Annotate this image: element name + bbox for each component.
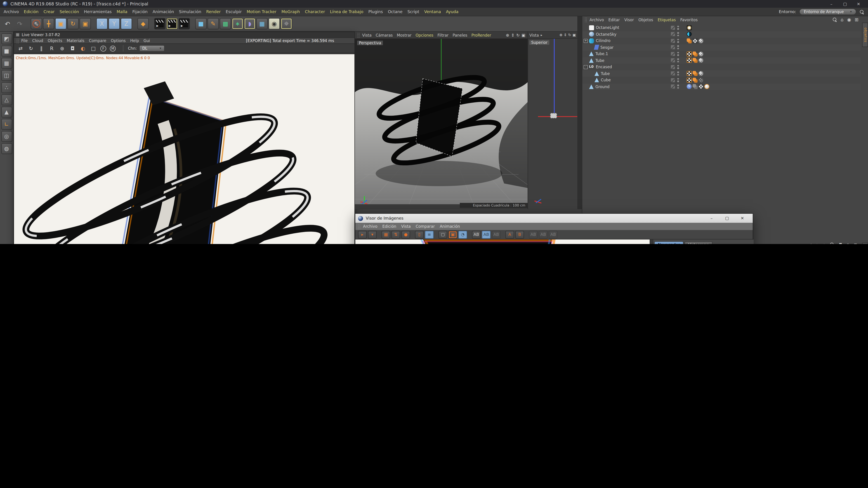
mode-button[interactable]: ▲ <box>1 107 12 118</box>
toolbar-button[interactable]: ↻ <box>67 18 79 29</box>
menu-item[interactable]: Filtrar <box>437 33 448 37</box>
object-row[interactable]: + Cilindro <box>582 37 861 44</box>
menu-item[interactable]: Simulación <box>179 9 202 14</box>
menu-item[interactable]: Herramientas <box>84 9 112 14</box>
viewer-tool-button[interactable]: AB <box>492 231 500 238</box>
panel-icon[interactable]: ⌂ <box>841 17 844 22</box>
object-tag-icon[interactable] <box>699 84 704 89</box>
viewer-tool-button[interactable]: ⇅ <box>392 231 400 238</box>
expand-toggle-icon[interactable]: - <box>584 65 588 69</box>
layer-toggle-icon[interactable] <box>671 52 675 56</box>
menu-item[interactable]: Script <box>408 9 419 14</box>
render-preview-canvas[interactable]: Check:0ms./1ms. MeshGen:0ms. Update[C]:0… <box>14 54 354 244</box>
object-tag-icon[interactable] <box>687 52 692 57</box>
live-viewer-tool-button[interactable]: R <box>48 45 56 51</box>
live-viewer-tool-button[interactable]: ↻ <box>27 45 35 51</box>
object-row[interactable]: Cube <box>582 77 861 84</box>
menu-item[interactable]: Favoritos <box>680 18 698 22</box>
viewport-nav-icon[interactable]: ⇕ <box>564 33 567 37</box>
object-name[interactable]: Cilindro <box>596 39 611 43</box>
channel-dropdown[interactable]: DL <box>139 45 164 52</box>
object-tag-icon[interactable] <box>687 78 692 83</box>
visibility-dots[interactable] <box>677 78 679 82</box>
object-tag-icon[interactable] <box>699 52 704 57</box>
panel-icon[interactable]: ◀ <box>808 242 811 244</box>
viewer-tool-button[interactable]: A <box>505 231 514 238</box>
object-row[interactable]: Tube <box>582 57 861 64</box>
menu-item[interactable]: Help <box>130 38 139 43</box>
toolbar-button[interactable]: ✎ <box>208 18 219 29</box>
menu-item[interactable]: Motion Tracker <box>247 9 276 14</box>
tab-objetos[interactable]: objetos <box>862 23 868 47</box>
menu-item[interactable]: Objects <box>48 38 62 43</box>
viewport-nav-icon[interactable]: ↻ <box>516 33 520 37</box>
layer-toggle-icon[interactable] <box>671 59 675 63</box>
object-tag-icon[interactable] <box>699 58 704 63</box>
visibility-dots[interactable] <box>677 65 679 69</box>
menu-item[interactable]: Opciones <box>415 33 433 37</box>
toolbar-button[interactable]: ╋ <box>43 18 54 29</box>
viewer-tool-button[interactable]: AB <box>472 231 480 238</box>
mode-button[interactable]: △ <box>1 94 12 105</box>
mode-button[interactable]: ■ <box>1 46 12 57</box>
mode-button[interactable]: ∴ <box>1 82 12 93</box>
menu-item[interactable]: Compare <box>89 38 106 43</box>
object-tag-icon[interactable] <box>699 78 704 83</box>
toolbar-button[interactable]: Y <box>108 18 120 29</box>
visibility-dots[interactable] <box>677 45 679 50</box>
menu-item[interactable]: Vista <box>401 224 411 229</box>
panel-grip-icon[interactable] <box>358 224 361 229</box>
toolbar-button[interactable]: ↶ <box>2 18 13 29</box>
object-name[interactable]: Ground <box>595 85 610 89</box>
menu-item[interactable]: Editar <box>609 18 620 22</box>
object-tag-icon[interactable] <box>687 58 692 63</box>
menu-item[interactable]: Selección <box>60 9 79 14</box>
layer-toggle-icon[interactable] <box>671 78 675 82</box>
toolbar-button[interactable]: ∗ <box>232 18 243 29</box>
object-row[interactable]: Ground <box>582 84 861 90</box>
menu-item[interactable]: Render <box>206 9 221 14</box>
menu-item[interactable]: Ayuda <box>446 9 459 14</box>
viewer-tool-button[interactable]: ◔ <box>458 231 467 238</box>
viewer-tool-button[interactable]: AB <box>529 231 537 238</box>
menu-item[interactable]: Character <box>305 9 325 14</box>
mode-button[interactable]: ◩ <box>1 33 12 44</box>
viewport-nav-icon[interactable]: ▣ <box>572 33 576 37</box>
tab-atributos[interactable]: Atributos <box>862 242 868 244</box>
toolbar-button[interactable]: ☼ <box>281 18 292 29</box>
live-viewer-tool-button[interactable]: ∥ <box>37 45 46 51</box>
toolbar-button[interactable]: ▶ <box>154 18 165 29</box>
menu-item[interactable]: Fijación <box>132 9 148 14</box>
viewer-tool-button[interactable]: ≡ <box>425 231 434 238</box>
toolbar-button[interactable]: ◗ <box>244 18 255 29</box>
menu-item[interactable]: Paneles <box>453 33 467 37</box>
viewport-nav-icon[interactable]: ▣ <box>522 33 525 37</box>
panel-icon[interactable] <box>832 17 837 22</box>
layer-toggle-icon[interactable] <box>671 85 675 89</box>
live-viewer-tool-button[interactable]: ◐ <box>79 45 87 51</box>
object-tag-icon[interactable] <box>687 32 692 37</box>
menu-item[interactable]: Esculpir <box>225 9 242 14</box>
toolbar-button[interactable]: ▦ <box>256 18 268 29</box>
object-tag-icon[interactable] <box>692 84 698 89</box>
object-name[interactable]: Tube.1 <box>595 52 608 56</box>
menu-item[interactable]: Edición <box>382 224 397 229</box>
panel-icon[interactable]: ⊞ <box>855 17 859 22</box>
object-tag-icon[interactable] <box>687 71 692 76</box>
panel-icon[interactable]: ◎ <box>846 242 850 244</box>
menu-item[interactable]: Mostrar <box>397 33 411 37</box>
viewer-tool-button[interactable]: ● <box>401 231 410 238</box>
panel-grip-icon[interactable] <box>585 17 588 22</box>
menu-item[interactable]: Línea de Trabajo <box>330 9 364 14</box>
live-viewer-tool-button[interactable]: □ <box>89 45 98 51</box>
toolbar-button[interactable]: X <box>96 18 107 29</box>
layer-toggle-icon[interactable] <box>671 32 675 36</box>
live-viewer-tool-button[interactable]: M <box>110 45 116 51</box>
visibility-dots[interactable] <box>677 26 679 30</box>
window-control-button[interactable]: ▢ <box>719 216 735 221</box>
menu-item[interactable]: Malla <box>117 9 127 14</box>
layer-toggle-icon[interactable] <box>671 72 675 76</box>
window-control-button[interactable]: ✕ <box>852 2 865 6</box>
menu-item[interactable]: Gui <box>144 38 150 43</box>
object-tag-icon[interactable] <box>692 71 698 76</box>
